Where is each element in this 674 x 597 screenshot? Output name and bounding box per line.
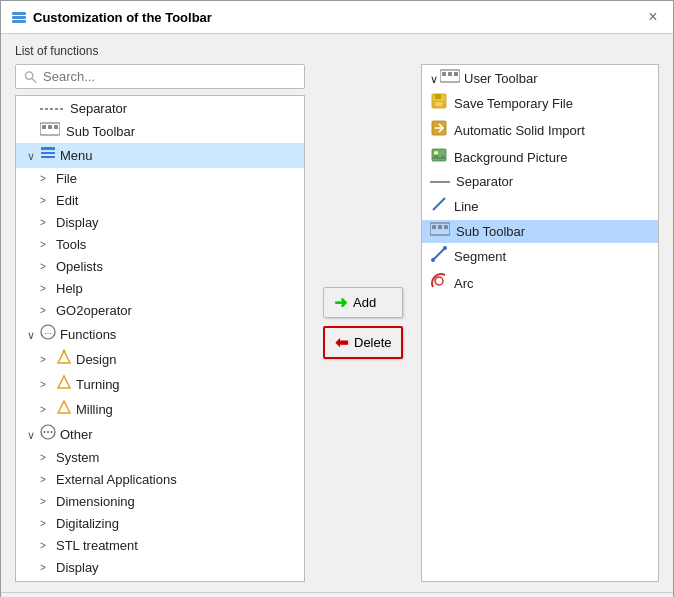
functions-icon: ··· [40,324,56,345]
separator-icon [40,106,64,112]
item-label: System [56,449,99,467]
svg-line-32 [433,198,445,210]
right-list-item[interactable]: Separator [422,171,658,193]
item-label: Separator [456,173,513,191]
search-input[interactable] [43,69,296,84]
svg-rect-0 [12,12,26,15]
svg-point-40 [435,277,443,285]
left-panel: Separator Sub Too [15,64,305,582]
item-label: Opelists [56,258,103,276]
svg-rect-21 [442,72,446,76]
delete-label: Delete [354,335,392,350]
item-label: Milling [76,401,113,419]
list-item[interactable]: > Opelists [16,256,304,278]
dialog-footer: ✔ Validate ✖ Cancel [1,592,673,597]
right-list-item[interactable]: Arc [422,270,658,297]
main-area: Separator Sub Too [15,64,659,582]
delete-button[interactable]: ⬅ Delete [323,326,403,359]
list-item[interactable]: > Turning [16,372,304,397]
list-item[interactable]: > System [16,447,304,469]
section-label: List of functions [15,44,659,58]
item-label: Tools [56,236,86,254]
item-label: Design [76,351,116,369]
list-item[interactable]: > Help [16,278,304,300]
item-label: GO2operator [56,302,132,320]
list-item[interactable]: > Design [16,347,304,372]
right-list-item[interactable]: Automatic Solid Import [422,117,658,144]
svg-rect-11 [41,152,55,154]
list-item[interactable]: Sub Toolbar [16,120,304,143]
save-icon [430,92,448,115]
dialog: Customization of the Toolbar × List of f… [0,0,674,597]
right-list-item[interactable]: Save Temporary File [422,90,658,117]
item-label: Dimensioning [56,493,135,511]
list-item[interactable]: ∨ ··· Functions [16,322,304,347]
svg-rect-36 [444,225,448,229]
svg-rect-23 [454,72,458,76]
svg-rect-2 [12,20,26,23]
item-label: Digitalizing [56,515,119,533]
list-item[interactable]: > Milling [16,397,304,422]
bgpic-icon [430,146,448,169]
add-arrow-icon: ➜ [334,293,347,312]
list-item[interactable]: > Display [16,212,304,234]
dialog-title: Customization of the Toolbar [33,10,212,25]
list-item[interactable]: > Tools [16,234,304,256]
arc-icon [430,272,448,295]
subtoolbar-icon [40,122,60,141]
right-list-item-subtoolbar[interactable]: Sub Toolbar [422,220,658,243]
item-label: Display [56,559,99,577]
svg-line-4 [32,78,36,82]
svg-point-19 [51,431,53,433]
title-bar: Customization of the Toolbar × [1,1,673,34]
list-item[interactable]: > Dimensioning [16,491,304,513]
list-item[interactable]: > GO2operator [16,300,304,322]
item-label: Edit [56,192,78,210]
other-icon [40,424,56,445]
list-item[interactable]: > Edit [16,190,304,212]
right-list-item[interactable]: Line [422,193,658,220]
design-icon [56,349,72,370]
svg-point-17 [44,431,46,433]
list-item[interactable]: Separator [16,98,304,120]
milling-icon [56,399,72,420]
svg-rect-8 [48,125,52,129]
item-label: Functions [60,326,116,344]
turning-icon [56,374,72,395]
right-list-item-user-toolbar[interactable]: ∨ User Toolbar [422,67,658,90]
middle-buttons: ➜ Add ⬅ Delete [315,64,411,582]
sep-icon [430,179,450,185]
item-label: Sub Toolbar [66,123,135,141]
list-item[interactable]: > STL treatment [16,535,304,557]
svg-point-38 [431,258,435,262]
item-label: Background Picture [454,149,567,167]
list-item-external-applications[interactable]: > External Applications [16,469,304,491]
list-item[interactable]: > Display [16,557,304,579]
item-label: STL treatment [56,537,138,555]
right-list-item[interactable]: Segment [422,243,658,270]
svg-text:···: ··· [44,328,52,338]
delete-arrow-icon: ⬅ [335,333,348,352]
add-label: Add [353,295,376,310]
svg-line-37 [433,248,445,260]
svg-rect-34 [432,225,436,229]
svg-point-39 [443,246,447,250]
list-item-other[interactable]: ∨ Other [16,422,304,447]
svg-rect-12 [41,156,55,158]
svg-point-15 [63,350,66,353]
list-item[interactable]: > File [16,168,304,190]
right-list-item[interactable]: Background Picture [422,144,658,171]
dialog-body: List of functions [1,34,673,592]
expand-icon: ∨ [430,70,438,88]
item-label: Arc [454,275,474,293]
svg-rect-10 [41,147,55,150]
svg-rect-35 [438,225,442,229]
item-label: Other [60,426,93,444]
search-box[interactable] [15,64,305,89]
list-item[interactable]: > Digitalizing [16,513,304,535]
close-button[interactable]: × [643,7,663,27]
list-item[interactable]: ∨ Menu [16,143,304,168]
right-panel[interactable]: ∨ User Toolbar [421,64,659,582]
add-button[interactable]: ➜ Add [323,287,403,318]
left-tree[interactable]: Separator Sub Too [15,95,305,582]
